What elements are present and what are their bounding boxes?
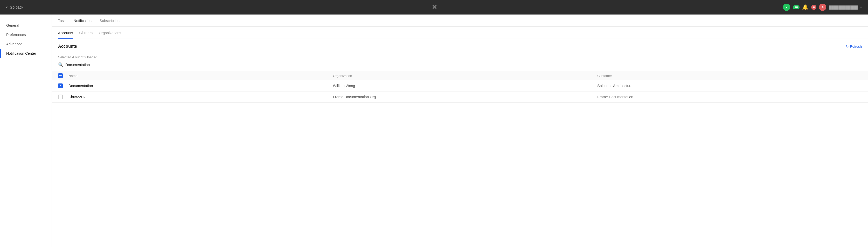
row-1-name: Documentation bbox=[68, 84, 333, 88]
main-content: Tasks Notifications Subscriptions Accoun… bbox=[52, 14, 868, 247]
sidebar-item-preferences[interactable]: Preferences bbox=[0, 30, 52, 39]
go-back-label: Go back bbox=[9, 5, 23, 9]
column-header-name: Name bbox=[68, 74, 333, 78]
bell-count-badge[interactable]: 6 bbox=[811, 5, 816, 10]
status-badge-green[interactable]: ● bbox=[783, 4, 790, 11]
sidebar: General Preferences Advanced Notificatio… bbox=[0, 14, 52, 247]
select-all-checkbox[interactable] bbox=[58, 73, 63, 78]
main-layout: General Preferences Advanced Notificatio… bbox=[0, 14, 868, 247]
selection-info: Selected 4 out of 2 loaded bbox=[52, 52, 868, 62]
sub-tab-organizations[interactable]: Organizations bbox=[99, 31, 121, 39]
logo-icon: ✕ bbox=[432, 4, 436, 11]
search-input[interactable] bbox=[65, 63, 143, 67]
tab-tasks[interactable]: Tasks bbox=[58, 19, 67, 26]
tab-subscriptions[interactable]: Subscriptions bbox=[100, 19, 121, 26]
avatar-initials: 6 bbox=[822, 6, 824, 9]
sidebar-item-advanced[interactable]: Advanced bbox=[0, 39, 52, 49]
table-row: Documentation William Wong Solutions Arc… bbox=[52, 80, 868, 92]
row-2-name: Chux22H2 bbox=[68, 95, 333, 99]
sidebar-item-notification-center[interactable]: Notification Center bbox=[0, 49, 52, 58]
sub-tabs: Accounts Clusters Organizations bbox=[52, 27, 868, 39]
row-1-organization: William Wong bbox=[333, 84, 597, 88]
header-icons: ● 20 🔔 6 6 ████████████ ▾ bbox=[783, 4, 862, 11]
go-back-button[interactable]: ‹ Go back bbox=[6, 5, 23, 9]
chevron-left-icon: ‹ bbox=[6, 5, 7, 9]
row-2-checkbox[interactable] bbox=[58, 95, 63, 99]
row-1-checkbox[interactable] bbox=[58, 84, 63, 88]
row-2-customer: Frame Documentation bbox=[597, 95, 862, 99]
refresh-button[interactable]: ↻ Refresh bbox=[846, 44, 862, 49]
accounts-table: Documentation William Wong Solutions Arc… bbox=[52, 80, 868, 103]
top-tabs: Tasks Notifications Subscriptions bbox=[52, 14, 868, 27]
search-box: 🔍 bbox=[52, 62, 868, 71]
table-header: Name Organization Customer bbox=[52, 71, 868, 80]
user-dropdown-arrow-icon[interactable]: ▾ bbox=[860, 5, 862, 9]
section-header: Accounts ↻ Refresh bbox=[52, 39, 868, 52]
row-1-customer: Solutions Architecture bbox=[597, 84, 862, 88]
column-header-customer: Customer bbox=[597, 74, 862, 78]
logo: ✕ bbox=[432, 4, 436, 11]
section-title: Accounts bbox=[58, 44, 77, 49]
sidebar-item-general[interactable]: General bbox=[0, 21, 52, 30]
tab-notifications[interactable]: Notifications bbox=[74, 19, 93, 26]
app-header: ‹ Go back ✕ ● 20 🔔 6 6 ████████████ ▾ bbox=[0, 0, 868, 14]
notification-count-badge[interactable]: 20 bbox=[793, 5, 800, 9]
row-1-check-cell bbox=[58, 84, 68, 88]
row-2-organization: Frame Documentation Org bbox=[333, 95, 597, 99]
sub-tab-clusters[interactable]: Clusters bbox=[80, 31, 93, 39]
table-row: Chux22H2 Frame Documentation Org Frame D… bbox=[52, 92, 868, 103]
sub-tab-accounts[interactable]: Accounts bbox=[58, 31, 73, 39]
column-header-organization: Organization bbox=[333, 74, 597, 78]
search-icon: 🔍 bbox=[58, 62, 63, 67]
bell-icon[interactable]: 🔔 bbox=[802, 4, 809, 10]
header-checkbox-cell bbox=[58, 73, 68, 78]
avatar[interactable]: 6 bbox=[819, 4, 826, 11]
refresh-icon: ↻ bbox=[846, 44, 849, 49]
user-name: ████████████ bbox=[829, 5, 858, 9]
row-2-check-cell bbox=[58, 95, 68, 99]
status-dot-icon: ● bbox=[786, 6, 787, 9]
section-content: Accounts ↻ Refresh Selected 4 out of 2 l… bbox=[52, 39, 868, 103]
header-right-section: ● 20 🔔 6 6 ████████████ ▾ bbox=[783, 4, 862, 11]
